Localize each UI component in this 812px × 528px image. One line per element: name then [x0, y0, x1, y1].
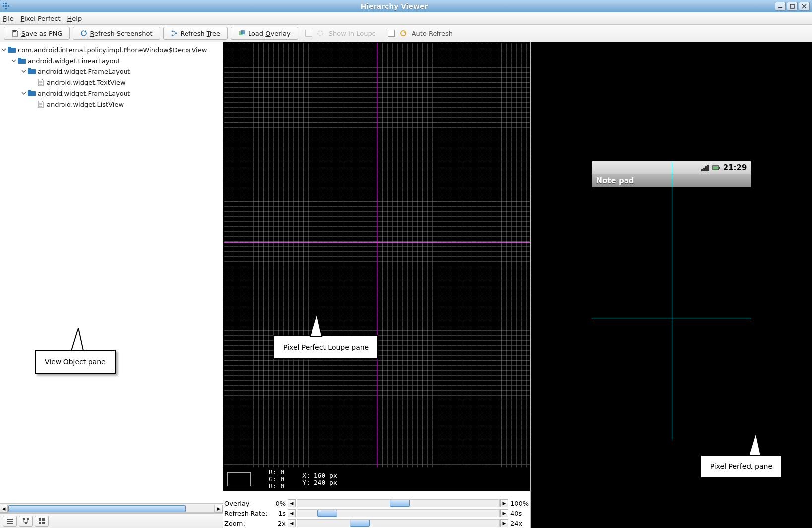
view-tree[interactable]: com.android.internal.policy.impl.PhoneWi… [0, 42, 223, 503]
window-titlebar: Hierarchy Viewer [0, 0, 812, 12]
app-icon [2, 2, 10, 10]
readout-g: G: 0 [269, 476, 284, 483]
loupe-view[interactable]: Pixel Perfect Loupe pane [223, 42, 530, 468]
view-mode-tree-button[interactable] [19, 516, 33, 527]
auto-refresh-icon [400, 30, 407, 37]
toolbar: Save as PNG Refresh Screenshot Refresh T… [0, 25, 812, 42]
view-mode-grid-button[interactable] [35, 516, 49, 527]
pixel-perfect-loupe-pane: Pixel Perfect Loupe pane R: 0 G: 0 B: 0 … [223, 42, 531, 528]
slider-left-arrow[interactable]: ◀ [288, 509, 296, 517]
svg-rect-25 [7, 521, 13, 522]
svg-rect-21 [28, 68, 31, 70]
refresh-tree-label: Refresh Tree [181, 30, 220, 37]
disclosure-icon[interactable] [21, 68, 27, 74]
folder-icon [8, 46, 16, 53]
scroll-right-arrow[interactable]: ▶ [215, 505, 223, 513]
refresh-icon [80, 30, 87, 37]
show-in-loupe-checkbox[interactable] [305, 30, 312, 37]
tree-node-decorview[interactable]: com.android.internal.policy.impl.PhoneWi… [1, 44, 222, 55]
tree-node-label: android.widget.ListView [47, 101, 124, 108]
slider-right-arrow[interactable]: ▶ [500, 499, 508, 507]
tree-node-listview[interactable]: android.widget.ListView [1, 99, 222, 110]
svg-rect-19 [18, 58, 21, 60]
svg-rect-35 [703, 168, 705, 171]
tree-node-framelayout-2[interactable]: android.widget.FrameLayout [1, 88, 222, 99]
auto-refresh-checkbox[interactable] [388, 30, 395, 37]
svg-rect-31 [42, 518, 45, 521]
zoom-slider[interactable] [297, 519, 500, 527]
callout-label: Pixel Perfect pane [710, 462, 772, 470]
overlay-slider[interactable] [297, 499, 500, 507]
loupe-sliders: Overlay: 0% ◀ ▶ 100% Refresh Rate: 1s ◀ … [223, 498, 530, 528]
zoom-slider-row: Zoom: 2x ◀ ▶ 24x [223, 518, 530, 528]
crosshair-vertical [377, 43, 377, 467]
refresh-rate-slider[interactable] [297, 509, 500, 517]
svg-rect-2 [3, 5, 4, 7]
svg-rect-5 [5, 8, 7, 9]
menu-pixel-perfect[interactable]: Pixel Perfect [21, 15, 61, 22]
save-as-png-button[interactable]: Save as PNG [4, 27, 70, 40]
svg-rect-28 [27, 518, 29, 520]
tree-node-label: com.android.internal.policy.impl.PhoneWi… [18, 46, 207, 54]
svg-rect-7 [790, 4, 794, 8]
load-overlay-button[interactable]: Load Overlay [231, 27, 298, 40]
disclosure-icon[interactable] [1, 47, 7, 53]
loupe-spinner-icon [317, 30, 324, 37]
overlay-slider-row: Overlay: 0% ◀ ▶ 100% [223, 498, 530, 508]
refresh-tree-button[interactable]: Refresh Tree [163, 27, 228, 40]
callout-label: View Object pane [45, 358, 106, 366]
view-object-pane: com.android.internal.policy.impl.PhoneWi… [0, 42, 223, 528]
menu-help[interactable]: Help [67, 15, 82, 22]
view-mode-list-button[interactable] [3, 516, 17, 527]
svg-rect-6 [778, 7, 782, 8]
refresh-rate-value: 1s [271, 510, 288, 517]
svg-rect-33 [42, 522, 45, 524]
svg-rect-32 [39, 522, 41, 524]
slider-right-arrow[interactable]: ▶ [500, 519, 508, 527]
tree-node-linearlayout[interactable]: android.widget.LinearLayout [1, 55, 222, 66]
main-area: com.android.internal.policy.impl.PhoneWi… [0, 42, 812, 528]
disclosure-icon[interactable] [21, 90, 27, 96]
menubar: File Pixel Perfect Help [0, 12, 812, 25]
tree-node-label: android.widget.TextView [47, 79, 125, 86]
svg-rect-39 [719, 167, 720, 169]
slider-left-arrow[interactable]: ◀ [288, 519, 296, 527]
svg-rect-26 [7, 523, 13, 524]
slider-left-arrow[interactable]: ◀ [288, 499, 296, 507]
svg-rect-27 [23, 518, 25, 520]
view-mode-switcher [0, 513, 223, 528]
window-close-button[interactable] [799, 2, 810, 11]
tree-node-textview[interactable]: android.widget.TextView [1, 77, 222, 88]
readout-b: B: 0 [269, 483, 284, 490]
window-maximize-button[interactable] [787, 2, 798, 11]
tree-horizontal-scrollbar[interactable]: ◀ ▶ [0, 503, 223, 513]
file-icon [37, 101, 45, 108]
svg-rect-0 [3, 3, 4, 4]
svg-point-9 [171, 31, 173, 32]
tree-node-framelayout-1[interactable]: android.widget.FrameLayout [1, 66, 222, 77]
svg-rect-24 [7, 519, 13, 520]
window-title: Hierarchy Viewer [13, 2, 775, 10]
signal-icon [701, 164, 709, 171]
svg-rect-1 [5, 3, 7, 4]
refresh-screenshot-button[interactable]: Refresh Screenshot [73, 27, 160, 40]
menu-file[interactable]: File [3, 15, 14, 22]
svg-rect-30 [39, 518, 41, 521]
callout-view-object: View Object pane [35, 350, 116, 374]
callout-label: Pixel Perfect Loupe pane [283, 343, 369, 351]
folder-icon [18, 57, 26, 64]
refresh-rate-label: Refresh Rate: [223, 510, 271, 517]
svg-rect-3 [5, 5, 7, 7]
readout-hex: #000000 [223, 491, 253, 498]
zoom-label: Zoom: [223, 520, 271, 527]
tree-node-label: android.widget.LinearLayout [28, 57, 120, 65]
svg-rect-23 [28, 90, 31, 92]
window-minimize-button[interactable] [775, 2, 786, 11]
disclosure-icon[interactable] [11, 58, 17, 64]
svg-rect-4 [8, 5, 9, 7]
scroll-left-arrow[interactable]: ◀ [0, 505, 8, 513]
zoom-end: 24x [508, 520, 530, 527]
readout-r: R: 0 [269, 469, 284, 476]
slider-right-arrow[interactable]: ▶ [500, 509, 508, 517]
pixel-readout: R: 0 G: 0 B: 0 X: 160 px Y: 240 px [223, 468, 530, 491]
